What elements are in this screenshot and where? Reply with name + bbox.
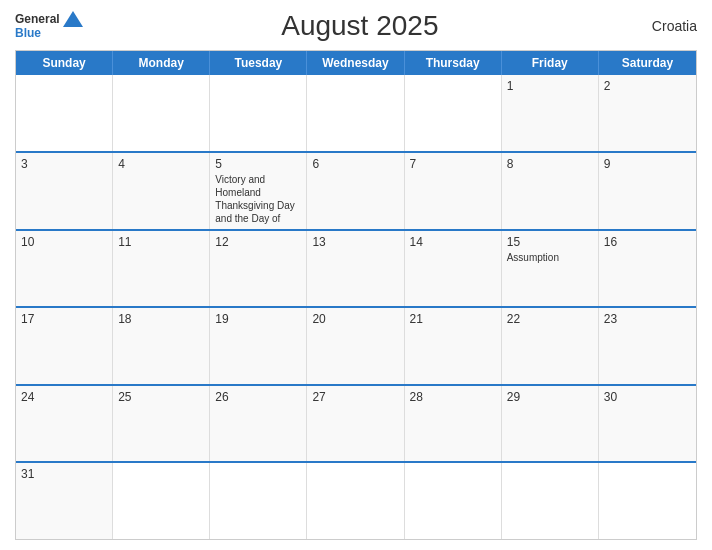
cal-cell: 18 — [113, 308, 210, 384]
day-number: 9 — [604, 157, 691, 171]
col-thursday: Thursday — [405, 51, 502, 75]
calendar-week-3: 101112131415Assumption16 — [16, 229, 696, 307]
cal-cell: 29 — [502, 386, 599, 462]
col-friday: Friday — [502, 51, 599, 75]
day-number: 13 — [312, 235, 398, 249]
day-number: 25 — [118, 390, 204, 404]
calendar-week-2: 345Victory and Homeland Thanksgiving Day… — [16, 151, 696, 229]
cal-cell: 16 — [599, 231, 696, 307]
day-number: 30 — [604, 390, 691, 404]
cal-cell: 11 — [113, 231, 210, 307]
cal-cell: 28 — [405, 386, 502, 462]
col-tuesday: Tuesday — [210, 51, 307, 75]
cal-cell — [307, 463, 404, 539]
calendar-week-5: 24252627282930 — [16, 384, 696, 462]
cal-cell: 14 — [405, 231, 502, 307]
day-number: 15 — [507, 235, 593, 249]
cal-cell — [405, 75, 502, 151]
day-number: 5 — [215, 157, 301, 171]
cal-cell: 31 — [16, 463, 113, 539]
cal-cell — [113, 75, 210, 151]
header: General Blue August 2025 Croatia — [15, 10, 697, 42]
day-number: 23 — [604, 312, 691, 326]
calendar-week-6: 31 — [16, 461, 696, 539]
cal-cell: 21 — [405, 308, 502, 384]
calendar-header: Sunday Monday Tuesday Wednesday Thursday… — [16, 51, 696, 75]
cal-cell — [599, 463, 696, 539]
logo-flag-icon — [63, 11, 83, 27]
cal-cell: 17 — [16, 308, 113, 384]
calendar-week-4: 17181920212223 — [16, 306, 696, 384]
cal-cell: 27 — [307, 386, 404, 462]
cal-cell: 13 — [307, 231, 404, 307]
day-number: 3 — [21, 157, 107, 171]
day-number: 22 — [507, 312, 593, 326]
cal-cell — [210, 75, 307, 151]
day-number: 8 — [507, 157, 593, 171]
calendar-body: 12345Victory and Homeland Thanksgiving D… — [16, 75, 696, 539]
cal-cell: 22 — [502, 308, 599, 384]
col-sunday: Sunday — [16, 51, 113, 75]
day-number: 16 — [604, 235, 691, 249]
cal-cell: 4 — [113, 153, 210, 229]
col-saturday: Saturday — [599, 51, 696, 75]
calendar: Sunday Monday Tuesday Wednesday Thursday… — [15, 50, 697, 540]
calendar-page: General Blue August 2025 Croatia Sunday … — [0, 0, 712, 550]
day-number: 17 — [21, 312, 107, 326]
cal-cell — [210, 463, 307, 539]
cal-cell — [16, 75, 113, 151]
calendar-event: Assumption — [507, 251, 593, 264]
calendar-week-1: 12 — [16, 75, 696, 151]
cal-cell: 25 — [113, 386, 210, 462]
svg-marker-0 — [63, 11, 83, 27]
col-wednesday: Wednesday — [307, 51, 404, 75]
cal-cell: 20 — [307, 308, 404, 384]
day-number: 31 — [21, 467, 107, 481]
cal-cell: 9 — [599, 153, 696, 229]
day-number: 18 — [118, 312, 204, 326]
day-number: 7 — [410, 157, 496, 171]
logo: General Blue — [15, 11, 83, 40]
day-number: 6 — [312, 157, 398, 171]
col-monday: Monday — [113, 51, 210, 75]
day-number: 26 — [215, 390, 301, 404]
day-number: 1 — [507, 79, 593, 93]
page-title: August 2025 — [83, 10, 637, 42]
cal-cell: 2 — [599, 75, 696, 151]
cal-cell: 24 — [16, 386, 113, 462]
day-number: 2 — [604, 79, 691, 93]
cal-cell — [405, 463, 502, 539]
day-number: 19 — [215, 312, 301, 326]
cal-cell: 12 — [210, 231, 307, 307]
day-number: 28 — [410, 390, 496, 404]
logo-general-text: General — [15, 13, 60, 26]
cal-cell: 10 — [16, 231, 113, 307]
country-label: Croatia — [637, 18, 697, 34]
logo-blue-text: Blue — [15, 27, 83, 40]
cal-cell: 15Assumption — [502, 231, 599, 307]
cal-cell — [502, 463, 599, 539]
day-number: 21 — [410, 312, 496, 326]
cal-cell: 6 — [307, 153, 404, 229]
cal-cell: 30 — [599, 386, 696, 462]
cal-cell — [113, 463, 210, 539]
day-number: 20 — [312, 312, 398, 326]
day-number: 4 — [118, 157, 204, 171]
cal-cell: 1 — [502, 75, 599, 151]
cal-cell: 26 — [210, 386, 307, 462]
day-number: 27 — [312, 390, 398, 404]
cal-cell: 23 — [599, 308, 696, 384]
day-number: 14 — [410, 235, 496, 249]
cal-cell: 8 — [502, 153, 599, 229]
cal-cell: 3 — [16, 153, 113, 229]
cal-cell — [307, 75, 404, 151]
cal-cell: 7 — [405, 153, 502, 229]
day-number: 12 — [215, 235, 301, 249]
cal-cell: 5Victory and Homeland Thanksgiving Day a… — [210, 153, 307, 229]
day-number: 11 — [118, 235, 204, 249]
day-number: 10 — [21, 235, 107, 249]
calendar-event: Victory and Homeland Thanksgiving Day an… — [215, 173, 301, 225]
day-number: 29 — [507, 390, 593, 404]
cal-cell: 19 — [210, 308, 307, 384]
day-number: 24 — [21, 390, 107, 404]
